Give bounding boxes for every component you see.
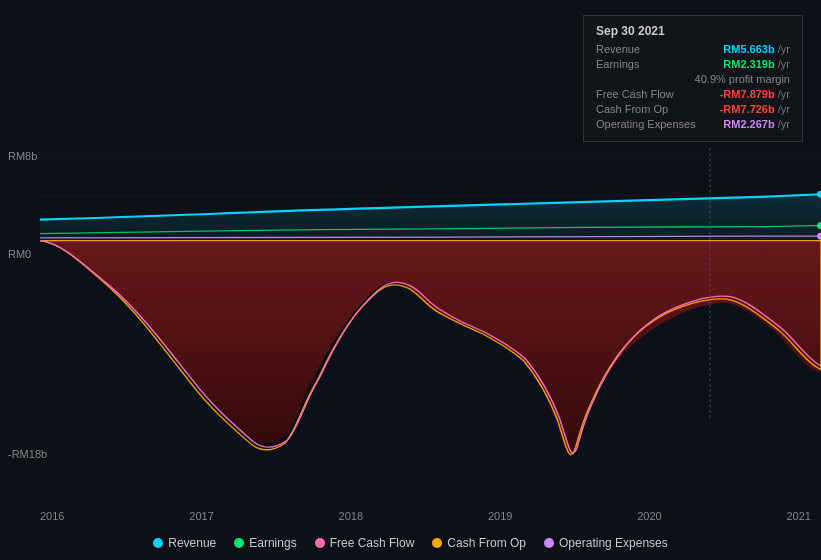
chart-container: Sep 30 2021 Revenue RM5.663b /yr Earning… [0, 0, 821, 560]
legend-dot-cashfromop [432, 538, 442, 548]
chart-svg [0, 148, 821, 458]
tooltip-profit-margin: 40.9% profit margin [695, 73, 790, 85]
tooltip-value-earnings: RM2.319b /yr [723, 58, 790, 70]
legend-item-earnings[interactable]: Earnings [234, 536, 296, 550]
legend-label-earnings: Earnings [249, 536, 296, 550]
legend-dot-fcf [315, 538, 325, 548]
tooltip-value-fcf: -RM7.879b /yr [720, 88, 790, 100]
x-label-2018: 2018 [339, 510, 363, 522]
tooltip-row-earnings: Earnings RM2.319b /yr [596, 58, 790, 70]
tooltip: Sep 30 2021 Revenue RM5.663b /yr Earning… [583, 15, 803, 142]
legend-dot-revenue [153, 538, 163, 548]
tooltip-label-opex: Operating Expenses [596, 118, 696, 130]
tooltip-row-cashfromop: Cash From Op -RM7.726b /yr [596, 103, 790, 115]
tooltip-row-fcf: Free Cash Flow -RM7.879b /yr [596, 88, 790, 100]
legend-item-cashfromop[interactable]: Cash From Op [432, 536, 526, 550]
tooltip-label-revenue: Revenue [596, 43, 640, 55]
x-label-2021: 2021 [786, 510, 810, 522]
legend-item-opex[interactable]: Operating Expenses [544, 536, 668, 550]
chart-legend: Revenue Earnings Free Cash Flow Cash Fro… [0, 536, 821, 550]
x-label-2017: 2017 [189, 510, 213, 522]
legend-item-fcf[interactable]: Free Cash Flow [315, 536, 415, 550]
tooltip-row-revenue: Revenue RM5.663b /yr [596, 43, 790, 55]
legend-dot-earnings [234, 538, 244, 548]
tooltip-date: Sep 30 2021 [596, 24, 790, 38]
legend-dot-opex [544, 538, 554, 548]
tooltip-label-cashfromop: Cash From Op [596, 103, 668, 115]
tooltip-profit-margin-row: 40.9% profit margin [596, 73, 790, 85]
x-axis-labels: 2016 2017 2018 2019 2020 2021 [40, 510, 811, 522]
x-label-2019: 2019 [488, 510, 512, 522]
x-label-2020: 2020 [637, 510, 661, 522]
legend-label-opex: Operating Expenses [559, 536, 668, 550]
tooltip-value-cashfromop: -RM7.726b /yr [720, 103, 790, 115]
tooltip-label-fcf: Free Cash Flow [596, 88, 674, 100]
legend-item-revenue[interactable]: Revenue [153, 536, 216, 550]
x-label-2016: 2016 [40, 510, 64, 522]
tooltip-value-revenue: RM5.663b /yr [723, 43, 790, 55]
legend-label-fcf: Free Cash Flow [330, 536, 415, 550]
tooltip-label-earnings: Earnings [596, 58, 639, 70]
legend-label-revenue: Revenue [168, 536, 216, 550]
legend-label-cashfromop: Cash From Op [447, 536, 526, 550]
tooltip-row-opex: Operating Expenses RM2.267b /yr [596, 118, 790, 130]
tooltip-value-opex: RM2.267b /yr [723, 118, 790, 130]
